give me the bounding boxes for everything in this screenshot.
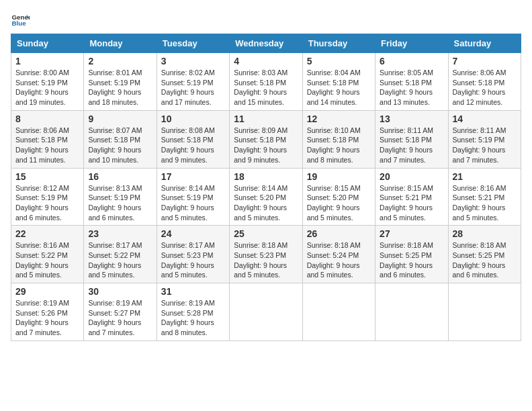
day-number: 16 bbox=[88, 171, 152, 182]
day-info: Sunrise: 8:15 AMSunset: 5:20 PMDaylight:… bbox=[307, 184, 361, 222]
day-info: Sunrise: 8:09 AMSunset: 5:18 PMDaylight:… bbox=[234, 126, 287, 164]
calendar-cell: 28 Sunrise: 8:18 AMSunset: 5:25 PMDaylig… bbox=[448, 226, 521, 283]
day-info: Sunrise: 8:06 AMSunset: 5:18 PMDaylight:… bbox=[453, 68, 506, 106]
header-cell-thursday: Thursday bbox=[302, 34, 375, 53]
day-info: Sunrise: 8:00 AMSunset: 5:19 PMDaylight:… bbox=[15, 68, 69, 106]
calendar-cell: 15 Sunrise: 8:12 AMSunset: 5:19 PMDaylig… bbox=[11, 168, 84, 226]
calendar-cell bbox=[302, 283, 375, 341]
header-cell-tuesday: Tuesday bbox=[157, 34, 229, 53]
calendar-cell: 8 Sunrise: 8:06 AMSunset: 5:18 PMDayligh… bbox=[11, 110, 84, 168]
calendar-cell: 5 Sunrise: 8:04 AMSunset: 5:18 PMDayligh… bbox=[302, 53, 375, 111]
calendar-cell: 10 Sunrise: 8:08 AMSunset: 5:18 PMDaylig… bbox=[157, 110, 229, 168]
day-number: 9 bbox=[88, 113, 152, 124]
calendar-cell: 26 Sunrise: 8:18 AMSunset: 5:24 PMDaylig… bbox=[302, 226, 375, 283]
day-info: Sunrise: 8:06 AMSunset: 5:18 PMDaylight:… bbox=[15, 126, 69, 164]
calendar-cell: 11 Sunrise: 8:09 AMSunset: 5:18 PMDaylig… bbox=[230, 110, 302, 168]
day-info: Sunrise: 8:13 AMSunset: 5:19 PMDaylight:… bbox=[88, 184, 142, 222]
week-row-3: 15 Sunrise: 8:12 AMSunset: 5:19 PMDaylig… bbox=[11, 168, 521, 226]
header-cell-wednesday: Wednesday bbox=[230, 34, 302, 53]
day-info: Sunrise: 8:03 AMSunset: 5:18 PMDaylight:… bbox=[234, 68, 287, 106]
day-number: 26 bbox=[307, 228, 371, 239]
calendar-cell: 4 Sunrise: 8:03 AMSunset: 5:18 PMDayligh… bbox=[230, 53, 302, 111]
week-row-2: 8 Sunrise: 8:06 AMSunset: 5:18 PMDayligh… bbox=[11, 110, 521, 168]
week-row-1: 1 Sunrise: 8:00 AMSunset: 5:19 PMDayligh… bbox=[11, 53, 521, 111]
day-info: Sunrise: 8:18 AMSunset: 5:23 PMDaylight:… bbox=[234, 241, 287, 279]
day-info: Sunrise: 8:18 AMSunset: 5:25 PMDaylight:… bbox=[380, 241, 433, 279]
day-number: 8 bbox=[15, 113, 79, 124]
calendar-cell: 27 Sunrise: 8:18 AMSunset: 5:25 PMDaylig… bbox=[375, 226, 448, 283]
day-number: 17 bbox=[161, 171, 225, 182]
calendar-table: SundayMondayTuesdayWednesdayThursdayFrid… bbox=[11, 34, 521, 341]
calendar-cell: 17 Sunrise: 8:14 AMSunset: 5:19 PMDaylig… bbox=[157, 168, 229, 226]
calendar-cell: 7 Sunrise: 8:06 AMSunset: 5:18 PMDayligh… bbox=[448, 53, 521, 111]
day-number: 21 bbox=[453, 171, 517, 182]
day-number: 4 bbox=[234, 56, 298, 66]
day-info: Sunrise: 8:04 AMSunset: 5:18 PMDaylight:… bbox=[307, 68, 361, 106]
day-info: Sunrise: 8:19 AMSunset: 5:28 PMDaylight:… bbox=[161, 299, 215, 336]
header-cell-saturday: Saturday bbox=[448, 34, 521, 53]
day-number: 7 bbox=[453, 56, 517, 66]
day-info: Sunrise: 8:19 AMSunset: 5:27 PMDaylight:… bbox=[88, 299, 142, 336]
header-cell-sunday: Sunday bbox=[11, 34, 84, 53]
week-row-4: 22 Sunrise: 8:16 AMSunset: 5:22 PMDaylig… bbox=[11, 226, 521, 283]
day-info: Sunrise: 8:16 AMSunset: 5:22 PMDaylight:… bbox=[15, 241, 69, 279]
calendar-cell: 14 Sunrise: 8:11 AMSunset: 5:19 PMDaylig… bbox=[448, 110, 521, 168]
day-info: Sunrise: 8:01 AMSunset: 5:19 PMDaylight:… bbox=[88, 68, 142, 106]
calendar-cell: 6 Sunrise: 8:05 AMSunset: 5:18 PMDayligh… bbox=[375, 53, 448, 111]
day-info: Sunrise: 8:10 AMSunset: 5:18 PMDaylight:… bbox=[307, 126, 361, 164]
day-number: 14 bbox=[453, 113, 517, 124]
day-number: 29 bbox=[15, 286, 79, 297]
header-cell-monday: Monday bbox=[84, 34, 157, 53]
week-row-5: 29 Sunrise: 8:19 AMSunset: 5:26 PMDaylig… bbox=[11, 283, 521, 341]
day-info: Sunrise: 8:14 AMSunset: 5:20 PMDaylight:… bbox=[234, 184, 287, 222]
day-info: Sunrise: 8:11 AMSunset: 5:18 PMDaylight:… bbox=[380, 126, 433, 164]
calendar-cell: 12 Sunrise: 8:10 AMSunset: 5:18 PMDaylig… bbox=[302, 110, 375, 168]
day-number: 1 bbox=[15, 56, 79, 66]
calendar-cell: 3 Sunrise: 8:02 AMSunset: 5:19 PMDayligh… bbox=[157, 53, 229, 111]
calendar-cell bbox=[375, 283, 448, 341]
day-info: Sunrise: 8:05 AMSunset: 5:18 PMDaylight:… bbox=[380, 68, 433, 106]
day-info: Sunrise: 8:18 AMSunset: 5:24 PMDaylight:… bbox=[307, 241, 361, 279]
calendar-cell: 22 Sunrise: 8:16 AMSunset: 5:22 PMDaylig… bbox=[11, 226, 84, 283]
calendar-cell: 2 Sunrise: 8:01 AMSunset: 5:19 PMDayligh… bbox=[84, 53, 157, 111]
calendar-cell: 19 Sunrise: 8:15 AMSunset: 5:20 PMDaylig… bbox=[302, 168, 375, 226]
logo: General Blue bbox=[11, 11, 32, 30]
day-number: 5 bbox=[307, 56, 371, 66]
day-number: 11 bbox=[234, 113, 298, 124]
day-info: Sunrise: 8:18 AMSunset: 5:25 PMDaylight:… bbox=[453, 241, 506, 279]
logo-icon: General Blue bbox=[11, 11, 30, 30]
calendar-cell: 16 Sunrise: 8:13 AMSunset: 5:19 PMDaylig… bbox=[84, 168, 157, 226]
day-number: 31 bbox=[161, 286, 225, 297]
day-number: 6 bbox=[380, 56, 443, 66]
day-info: Sunrise: 8:07 AMSunset: 5:18 PMDaylight:… bbox=[88, 126, 142, 164]
calendar-cell: 30 Sunrise: 8:19 AMSunset: 5:27 PMDaylig… bbox=[84, 283, 157, 341]
day-number: 13 bbox=[380, 113, 443, 124]
day-info: Sunrise: 8:08 AMSunset: 5:18 PMDaylight:… bbox=[161, 126, 215, 164]
day-number: 25 bbox=[234, 228, 298, 239]
day-info: Sunrise: 8:02 AMSunset: 5:19 PMDaylight:… bbox=[161, 68, 215, 106]
day-number: 28 bbox=[453, 228, 517, 239]
day-info: Sunrise: 8:17 AMSunset: 5:22 PMDaylight:… bbox=[88, 241, 142, 279]
day-info: Sunrise: 8:15 AMSunset: 5:21 PMDaylight:… bbox=[380, 184, 433, 222]
day-number: 3 bbox=[161, 56, 225, 66]
calendar-body: 1 Sunrise: 8:00 AMSunset: 5:19 PMDayligh… bbox=[11, 53, 521, 341]
day-info: Sunrise: 8:19 AMSunset: 5:26 PMDaylight:… bbox=[15, 299, 69, 336]
calendar-cell: 31 Sunrise: 8:19 AMSunset: 5:28 PMDaylig… bbox=[157, 283, 229, 341]
day-number: 24 bbox=[161, 228, 225, 239]
header: General Blue bbox=[11, 11, 521, 30]
calendar-cell: 21 Sunrise: 8:16 AMSunset: 5:21 PMDaylig… bbox=[448, 168, 521, 226]
day-number: 22 bbox=[15, 228, 79, 239]
calendar-cell: 13 Sunrise: 8:11 AMSunset: 5:18 PMDaylig… bbox=[375, 110, 448, 168]
day-number: 2 bbox=[88, 56, 152, 66]
calendar-cell: 23 Sunrise: 8:17 AMSunset: 5:22 PMDaylig… bbox=[84, 226, 157, 283]
day-info: Sunrise: 8:14 AMSunset: 5:19 PMDaylight:… bbox=[161, 184, 215, 222]
calendar-cell: 18 Sunrise: 8:14 AMSunset: 5:20 PMDaylig… bbox=[230, 168, 302, 226]
day-number: 20 bbox=[380, 171, 443, 182]
calendar-cell bbox=[448, 283, 521, 341]
day-number: 19 bbox=[307, 171, 371, 182]
calendar-cell bbox=[230, 283, 302, 341]
calendar-cell: 24 Sunrise: 8:17 AMSunset: 5:23 PMDaylig… bbox=[157, 226, 229, 283]
day-info: Sunrise: 8:16 AMSunset: 5:21 PMDaylight:… bbox=[453, 184, 506, 222]
calendar-header-row: SundayMondayTuesdayWednesdayThursdayFrid… bbox=[11, 34, 521, 53]
calendar-cell: 1 Sunrise: 8:00 AMSunset: 5:19 PMDayligh… bbox=[11, 53, 84, 111]
